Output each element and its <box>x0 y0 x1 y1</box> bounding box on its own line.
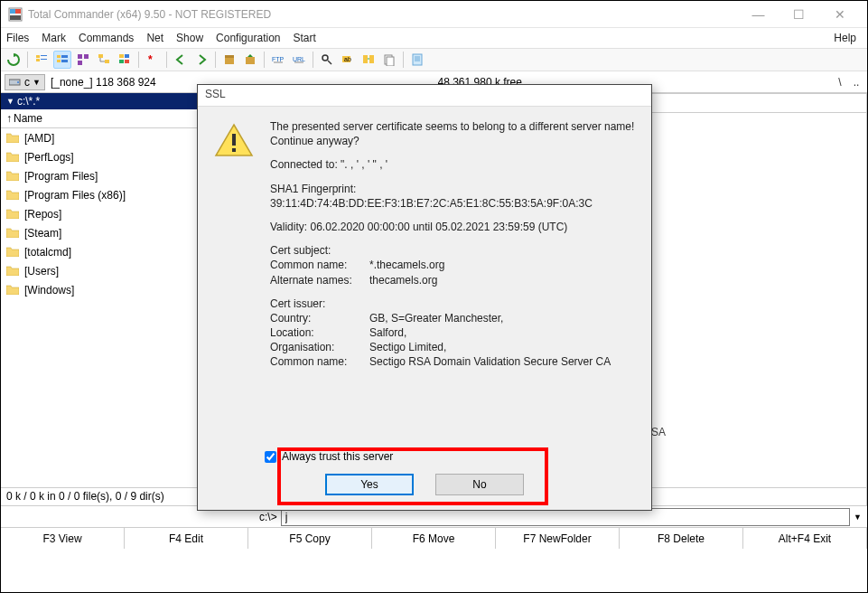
drive-icon <box>9 77 22 87</box>
svg-text:ab: ab <box>344 56 351 62</box>
svg-rect-8 <box>57 55 61 58</box>
notepad-icon[interactable] <box>408 51 426 69</box>
svg-rect-24 <box>246 57 255 64</box>
url-icon[interactable]: URL <box>290 51 308 69</box>
minimize-button[interactable]: — <box>738 1 779 28</box>
drive-selector-left[interactable]: c ▼ <box>5 74 45 90</box>
svg-rect-1 <box>10 9 15 14</box>
svg-point-36 <box>17 81 19 83</box>
folder-icon <box>6 152 19 162</box>
warning-icon <box>214 123 254 159</box>
view-full-icon[interactable] <box>53 51 71 69</box>
svg-rect-33 <box>387 57 394 66</box>
refresh-icon[interactable] <box>5 51 23 69</box>
function-keys: F3 View F4 Edit F5 Copy F6 Move F7 NewFo… <box>1 527 867 549</box>
tree-icon[interactable] <box>95 51 113 69</box>
svg-rect-16 <box>105 60 109 63</box>
folder-icon <box>6 247 19 257</box>
forward-icon[interactable] <box>192 51 210 69</box>
folder-icon <box>6 133 19 143</box>
svg-text:URL: URL <box>293 56 305 62</box>
f8-delete[interactable]: F8 Delete <box>620 528 743 549</box>
search-icon[interactable] <box>318 51 336 69</box>
close-button[interactable]: ✕ <box>819 1 860 28</box>
pack-icon[interactable] <box>220 51 238 69</box>
svg-rect-3 <box>10 15 21 20</box>
always-trust-label: Always trust this server <box>282 450 393 463</box>
unpack-icon[interactable] <box>241 51 259 69</box>
svg-rect-5 <box>36 59 40 61</box>
back-icon[interactable] <box>172 51 190 69</box>
yes-button[interactable]: Yes <box>325 474 414 495</box>
menu-start[interactable]: Start <box>293 32 315 44</box>
menu-net[interactable]: Net <box>146 32 163 44</box>
folder-icon <box>6 228 19 238</box>
menu-show[interactable]: Show <box>176 32 203 44</box>
folder-icon <box>6 171 19 181</box>
menu-mark[interactable]: Mark <box>42 32 66 44</box>
drive-info-left: [_none_] 118 368 924 <box>51 76 156 89</box>
rename-icon[interactable]: ab <box>339 51 357 69</box>
copy-names-icon[interactable] <box>380 51 398 69</box>
titlebar: Total Commander (x64) 9.50 - NOT REGISTE… <box>1 1 867 28</box>
menu-help[interactable]: Help <box>834 32 856 44</box>
folder-icon <box>6 285 19 295</box>
invert-icon[interactable]: * <box>144 51 162 69</box>
svg-rect-37 <box>232 134 236 146</box>
svg-rect-34 <box>413 54 422 65</box>
sync-icon[interactable] <box>359 51 378 69</box>
ssl-dialog: SSL The presented server certificate see… <box>197 84 652 511</box>
altf4-exit[interactable]: Alt+F4 Exit <box>743 528 867 549</box>
svg-rect-11 <box>61 60 68 62</box>
f6-move[interactable]: F6 Move <box>372 528 496 549</box>
toolbar: * FTP URL ab <box>1 48 867 71</box>
f4-edit[interactable]: F4 Edit <box>125 528 248 549</box>
menubar: Files Mark Commands Net Show Configurati… <box>1 28 867 48</box>
svg-rect-22 <box>225 57 234 64</box>
svg-rect-15 <box>98 54 103 58</box>
svg-rect-13 <box>84 54 89 59</box>
svg-text:*: * <box>148 53 153 66</box>
menu-configuration[interactable]: Configuration <box>216 32 280 44</box>
ftp-icon[interactable]: FTP <box>269 51 287 69</box>
dialog-title: SSL <box>198 85 651 107</box>
svg-rect-30 <box>363 55 368 63</box>
view-thumbs-icon[interactable] <box>74 51 92 69</box>
folder-icon <box>6 209 19 219</box>
svg-rect-9 <box>61 55 68 58</box>
svg-rect-7 <box>41 59 47 60</box>
folder-icon <box>6 190 19 200</box>
app-icon <box>8 7 23 22</box>
menu-commands[interactable]: Commands <box>79 32 134 44</box>
svg-rect-12 <box>78 54 82 59</box>
svg-rect-38 <box>232 148 236 152</box>
folder-icon <box>6 266 19 276</box>
view-brief-icon[interactable] <box>33 51 51 69</box>
svg-point-27 <box>322 55 328 61</box>
f7-newfolder[interactable]: F7 NewFolder <box>496 528 620 549</box>
svg-rect-17 <box>119 54 124 58</box>
svg-rect-18 <box>125 54 129 58</box>
svg-rect-2 <box>15 9 21 14</box>
svg-rect-31 <box>369 55 374 63</box>
all-files-icon[interactable] <box>116 51 134 69</box>
svg-text:FTP: FTP <box>272 56 285 62</box>
always-trust-checkbox[interactable] <box>265 451 276 463</box>
window-title: Total Commander (x64) 9.50 - NOT REGISTE… <box>28 8 738 21</box>
svg-rect-4 <box>36 55 40 58</box>
nav-up-button[interactable]: .. <box>849 76 863 89</box>
f5-copy[interactable]: F5 Copy <box>248 528 372 549</box>
svg-rect-23 <box>225 55 234 58</box>
no-button[interactable]: No <box>435 474 524 495</box>
nav-root-button[interactable]: \ <box>833 76 847 89</box>
maximize-button[interactable]: ☐ <box>779 1 819 28</box>
svg-rect-10 <box>57 60 61 62</box>
svg-rect-19 <box>119 60 124 63</box>
cmd-prompt: c:\> <box>259 511 277 523</box>
menu-files[interactable]: Files <box>6 32 29 44</box>
f3-view[interactable]: F3 View <box>1 528 125 549</box>
svg-rect-14 <box>78 61 82 65</box>
svg-rect-20 <box>125 60 129 63</box>
svg-rect-6 <box>41 55 47 56</box>
